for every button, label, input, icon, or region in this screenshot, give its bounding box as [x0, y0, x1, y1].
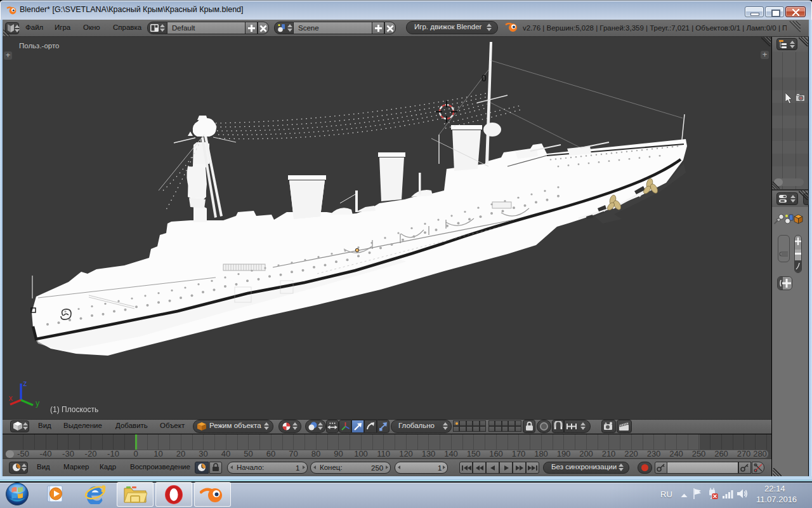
svg-text:0: 0 [481, 73, 487, 83]
svg-text:z: z [23, 379, 27, 388]
svg-text:x: x [9, 394, 13, 403]
svg-text:y: y [36, 399, 40, 408]
